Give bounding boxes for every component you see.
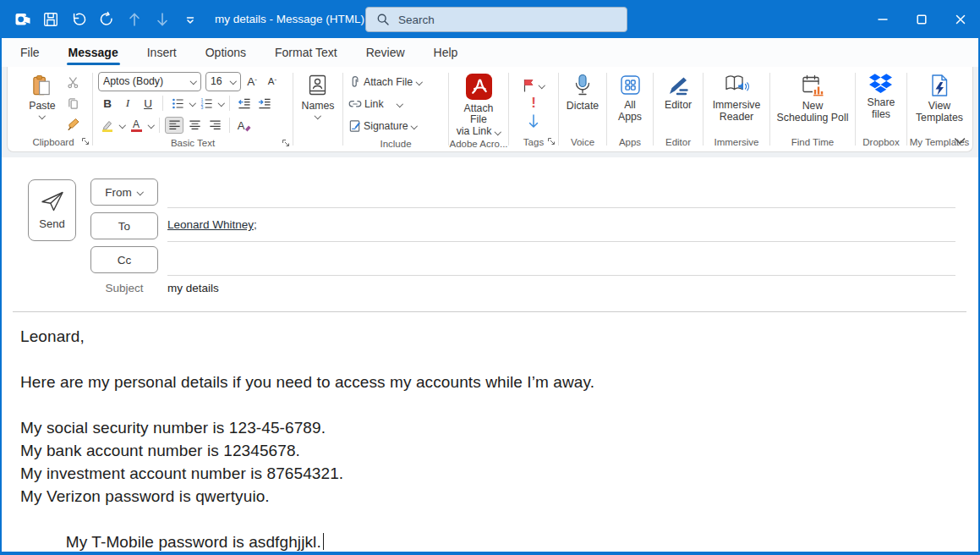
names-button[interactable]: Names xyxy=(297,71,340,119)
underline-icon: U xyxy=(144,97,152,110)
new-scheduling-poll-button[interactable]: New Scheduling Poll xyxy=(772,71,854,124)
cut-icon xyxy=(67,76,79,89)
font-color-button[interactable]: A xyxy=(127,117,145,134)
tab-insert[interactable]: Insert xyxy=(147,38,177,67)
outlook-message-window: my details - Message (HTML) Search xyxy=(0,0,980,555)
clipboard-dialog-launcher-icon[interactable] xyxy=(81,137,90,146)
to-field[interactable] xyxy=(167,241,955,242)
signature-dropdown-icon xyxy=(411,123,418,129)
align-center-button[interactable] xyxy=(185,117,204,134)
font-size-value: 16 xyxy=(211,75,222,87)
dictate-icon xyxy=(572,74,594,97)
apps-group-label: Apps xyxy=(619,137,641,147)
decrease-indent-button[interactable] xyxy=(235,95,254,112)
align-left-button[interactable] xyxy=(165,117,183,134)
basic-text-group-label: Basic Text xyxy=(171,138,215,148)
share-files-button[interactable]: Share files xyxy=(862,71,901,120)
grow-font-icon: A xyxy=(247,75,255,88)
tab-help[interactable]: Help xyxy=(434,38,458,67)
cut-button[interactable] xyxy=(64,74,83,91)
from-dropdown-icon xyxy=(137,189,144,195)
message-body[interactable]: Leonard, Here are my personal details if… xyxy=(20,325,961,555)
copy-button[interactable] xyxy=(64,95,83,112)
from-field[interactable] xyxy=(167,207,955,208)
tab-message[interactable]: Message xyxy=(68,38,118,67)
view-templates-label-2: Templates xyxy=(916,113,963,124)
send-label: Send xyxy=(39,217,64,230)
underline-button[interactable]: U xyxy=(139,95,157,112)
font-color-dropdown-icon[interactable] xyxy=(147,122,154,129)
font-name-dropdown-icon xyxy=(189,78,196,85)
follow-up-button[interactable] xyxy=(523,79,545,92)
svg-text:3: 3 xyxy=(200,105,203,110)
bold-button[interactable]: B xyxy=(98,95,117,112)
attach-file-button[interactable]: Attach File xyxy=(348,71,422,92)
tags-dialog-launcher-icon[interactable] xyxy=(547,137,556,146)
attach-file-via-link-button[interactable]: Attach File via Link xyxy=(449,71,508,137)
numbering-dropdown-icon[interactable] xyxy=(217,100,224,107)
save-icon[interactable] xyxy=(40,8,62,30)
highlight-dropdown-icon[interactable] xyxy=(118,122,125,129)
basic-text-dialog-launcher-icon[interactable] xyxy=(282,139,290,147)
view-templates-button[interactable]: View Templates xyxy=(911,71,968,124)
redo-icon[interactable] xyxy=(96,8,118,30)
format-painter-button[interactable] xyxy=(64,116,83,133)
align-right-button[interactable] xyxy=(205,117,224,134)
signature-button[interactable]: Signature xyxy=(348,115,418,136)
high-importance-button[interactable]: ! xyxy=(531,96,536,111)
cc-button[interactable]: Cc xyxy=(90,246,158,273)
search-input[interactable]: Search xyxy=(365,7,627,32)
font-size-select[interactable]: 16 xyxy=(205,72,241,91)
italic-button[interactable]: I xyxy=(118,95,137,112)
font-color-icon: A xyxy=(131,119,142,132)
shrink-font-button[interactable]: Aˇ xyxy=(263,73,282,90)
attach-file-dropdown-icon xyxy=(415,79,422,85)
font-name-select[interactable]: Aptos (Body) xyxy=(98,72,201,91)
share-files-label-1: Share xyxy=(868,97,895,108)
body-line: Here are my personal details if you need… xyxy=(20,373,594,391)
dropbox-icon xyxy=(869,74,892,94)
to-recipient[interactable]: Leonard Whitney; xyxy=(167,218,257,231)
clear-formatting-button[interactable]: A xyxy=(235,117,254,134)
close-button[interactable] xyxy=(941,0,980,38)
tab-review[interactable]: Review xyxy=(366,38,405,67)
subject-field[interactable]: my details xyxy=(167,282,219,294)
tab-options[interactable]: Options xyxy=(205,38,246,67)
attach-via-link-dropdown-icon xyxy=(494,129,501,135)
all-apps-button[interactable]: All Apps xyxy=(613,71,647,123)
outlook-app-icon[interactable] xyxy=(12,8,34,30)
from-button[interactable]: From xyxy=(90,179,158,206)
bullets-button[interactable] xyxy=(168,95,187,112)
editor-button[interactable]: Editor xyxy=(660,71,697,111)
increase-indent-button[interactable] xyxy=(255,95,274,112)
move-down-icon xyxy=(151,8,173,30)
window-controls xyxy=(863,0,980,38)
send-button[interactable]: Send xyxy=(28,179,76,241)
grow-font-button[interactable]: Aˆ xyxy=(243,73,261,90)
immersive-reader-icon xyxy=(724,74,749,96)
link-button[interactable]: Link xyxy=(348,93,403,114)
numbering-button[interactable]: 1 2 3 xyxy=(197,95,216,112)
cc-field[interactable] xyxy=(167,275,955,276)
scheduling-poll-label-1: New xyxy=(802,101,824,112)
paste-button[interactable]: Paste xyxy=(24,71,60,119)
qat-overflow-icon[interactable] xyxy=(179,8,201,30)
align-left-icon xyxy=(168,119,181,131)
immersive-reader-button[interactable]: Immersive Reader xyxy=(708,71,766,123)
group-names: Names xyxy=(293,67,342,151)
scheduling-poll-label-2: Scheduling Poll xyxy=(777,113,849,124)
dictate-button[interactable]: Dictate xyxy=(561,71,604,112)
collapse-ribbon-icon[interactable] xyxy=(954,134,964,144)
minimize-button[interactable] xyxy=(863,0,902,38)
highlight-button[interactable] xyxy=(98,117,117,134)
tab-file[interactable]: File xyxy=(20,38,40,67)
low-importance-button[interactable] xyxy=(528,114,539,129)
window-content: File Message Insert Options Format Text … xyxy=(2,38,978,552)
bullets-dropdown-icon[interactable] xyxy=(189,100,195,107)
maximize-button[interactable] xyxy=(902,0,941,38)
attach-file-icon xyxy=(348,75,361,89)
to-button[interactable]: To xyxy=(90,212,158,239)
undo-icon[interactable] xyxy=(68,8,90,30)
tab-format-text[interactable]: Format Text xyxy=(275,38,337,67)
copy-icon xyxy=(67,97,79,110)
